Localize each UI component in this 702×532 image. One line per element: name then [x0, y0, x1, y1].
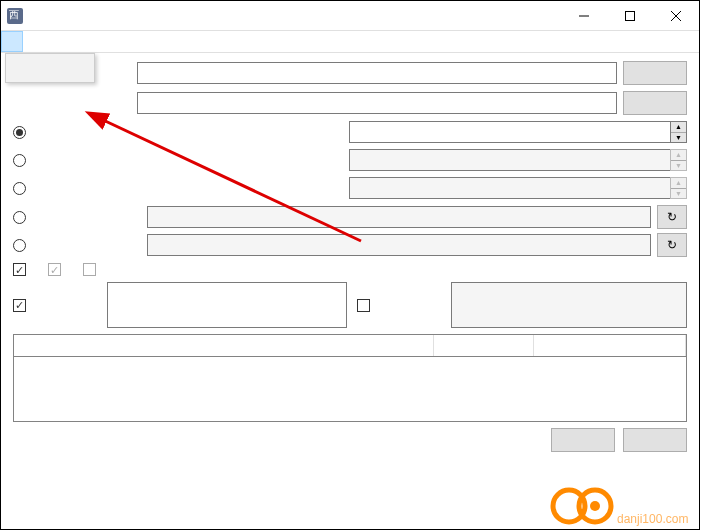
menu-function[interactable] — [1, 31, 23, 52]
checkbox-icon — [48, 263, 61, 276]
checkbox-icon — [13, 263, 26, 276]
count-spinner[interactable]: ▲▼ — [670, 121, 687, 143]
footer-text-input — [451, 282, 687, 328]
col-size[interactable] — [434, 335, 534, 356]
result-list[interactable] — [13, 356, 687, 422]
svg-text:danji100.com: danji100.com — [617, 512, 688, 526]
size-spinner: ▲▼ — [670, 149, 687, 171]
svg-point-5 — [553, 490, 585, 522]
radio-dot-icon — [13, 154, 26, 167]
select-file-button[interactable] — [623, 61, 687, 85]
close-button[interactable] — [653, 1, 699, 31]
check-split-str-on-top — [83, 263, 100, 276]
table-row[interactable] — [14, 357, 686, 375]
menu-item-file-split[interactable] — [8, 56, 92, 64]
title-bar — [1, 1, 699, 31]
col-status[interactable] — [534, 335, 686, 356]
menu-item-exit[interactable] — [8, 72, 92, 80]
menu-function-dropdown — [5, 53, 95, 83]
checkbox-icon — [357, 299, 370, 312]
check-extend-to-line-end[interactable] — [13, 263, 30, 276]
minimize-button[interactable] — [561, 1, 607, 31]
check-footer-add[interactable] — [357, 299, 441, 312]
refresh-icon: ↻ — [667, 210, 677, 224]
col-file[interactable] — [14, 335, 434, 356]
regex-input — [147, 234, 651, 256]
maximize-button[interactable] — [607, 1, 653, 31]
refresh-regex-button[interactable]: ↻ — [657, 233, 687, 257]
svg-point-6 — [579, 490, 611, 522]
radio-dot-icon — [13, 126, 26, 139]
checkbox-icon — [13, 299, 26, 312]
count-input[interactable] — [349, 121, 670, 143]
radio-dot-icon — [13, 182, 26, 195]
check-ignore-blank — [48, 263, 65, 276]
watermark-logo: danji100.com — [547, 485, 697, 527]
radio-by-regex[interactable] — [13, 239, 141, 252]
size-input — [349, 149, 670, 171]
svg-point-7 — [590, 501, 600, 511]
radio-dot-icon — [13, 239, 26, 252]
radio-by-size[interactable] — [13, 154, 343, 167]
source-file-input[interactable] — [137, 62, 617, 84]
radio-by-count[interactable] — [13, 126, 343, 139]
start-split-button[interactable] — [623, 428, 687, 452]
menu-help[interactable] — [23, 31, 43, 52]
result-list-header — [13, 334, 687, 356]
radio-dot-icon — [13, 211, 26, 224]
table-row[interactable] — [14, 393, 686, 411]
select-dir-button[interactable] — [623, 91, 687, 115]
svg-rect-1 — [626, 11, 635, 20]
header-text-input[interactable] — [107, 282, 347, 328]
fixed-string-input — [147, 206, 651, 228]
check-header-add[interactable] — [13, 299, 97, 312]
radio-by-lines[interactable] — [13, 182, 343, 195]
lines-spinner: ▲▼ — [670, 177, 687, 199]
refresh-fixed-string-button[interactable]: ↻ — [657, 205, 687, 229]
lines-input — [349, 177, 670, 199]
refresh-icon: ↻ — [667, 238, 677, 252]
app-icon — [7, 8, 23, 24]
output-dir-input[interactable] — [137, 92, 617, 114]
stop-split-button — [551, 428, 615, 452]
checkbox-icon — [83, 263, 96, 276]
menu-item-file-merge[interactable] — [8, 64, 92, 72]
radio-by-fixed-string[interactable] — [13, 211, 141, 224]
menu-bar — [1, 31, 699, 53]
table-row[interactable] — [14, 375, 686, 393]
